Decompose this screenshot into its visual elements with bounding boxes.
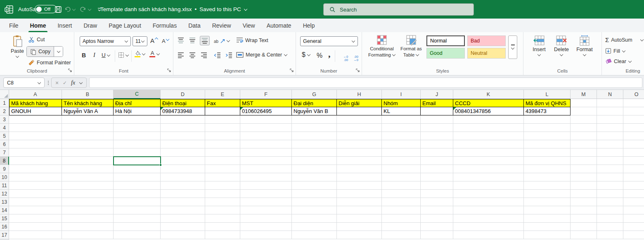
align-left-button[interactable] [178, 52, 184, 59]
cell-C17[interactable] [114, 231, 161, 239]
cell-B11[interactable] [62, 181, 114, 190]
cell-E9[interactable] [205, 165, 240, 173]
cell-H8[interactable] [337, 157, 382, 165]
cell-J7[interactable] [421, 148, 453, 157]
cell-B5[interactable] [62, 132, 114, 140]
cell-G2[interactable]: Nguyễn Văn B [292, 107, 337, 115]
tab-formulas[interactable]: Formulas [147, 19, 182, 32]
cell-K17[interactable] [453, 231, 524, 239]
merge-center-button[interactable]: Merge & Center [236, 52, 287, 58]
row-header-5[interactable]: 5 [0, 132, 9, 140]
cell-B16[interactable] [62, 223, 114, 231]
cell-A13[interactable] [9, 198, 62, 206]
cell-D17[interactable] [161, 231, 205, 239]
cell-H5[interactable] [337, 132, 382, 140]
cell-O9[interactable] [623, 165, 644, 173]
cell-F4[interactable] [240, 124, 292, 132]
cell-O16[interactable] [623, 223, 644, 231]
align-middle-button[interactable] [189, 37, 196, 44]
cell-J1[interactable]: Email [421, 99, 453, 107]
column-header-F[interactable]: F [240, 90, 292, 99]
cell-J2[interactable] [421, 107, 453, 115]
cell-M5[interactable] [571, 132, 597, 140]
cell-J5[interactable] [421, 132, 453, 140]
cell-A9[interactable] [9, 165, 62, 173]
cell-I13[interactable] [382, 198, 421, 206]
decrease-indent-button[interactable] [214, 52, 221, 59]
cell-J15[interactable] [421, 214, 453, 223]
cell-L5[interactable] [524, 132, 571, 140]
conditional-formatting-button[interactable]: Conditional Formatting [367, 35, 397, 57]
cell-J4[interactable] [421, 124, 453, 132]
cell-A14[interactable] [9, 206, 62, 214]
cell-J6[interactable] [421, 140, 453, 148]
wrap-text-button[interactable]: Wrap Text [236, 37, 268, 43]
cell-L17[interactable] [524, 231, 571, 239]
cell-G17[interactable] [292, 231, 337, 239]
cell-M14[interactable] [571, 206, 597, 214]
document-title[interactable]: Template danh sách khách hàng.xlsx • Sav… [100, 0, 247, 19]
formula-input[interactable] [89, 78, 642, 88]
row-header-15[interactable]: 15 [0, 214, 9, 223]
cell-N13[interactable] [597, 198, 623, 206]
column-header-A[interactable]: A [9, 90, 62, 99]
cell-K15[interactable] [453, 214, 524, 223]
cell-F10[interactable] [240, 173, 292, 181]
cell-H6[interactable] [337, 140, 382, 148]
copy-split-button[interactable]: Copy [26, 46, 63, 57]
cell-E7[interactable] [205, 148, 240, 157]
cell-K13[interactable] [453, 198, 524, 206]
fill-color-button[interactable] [135, 51, 145, 57]
cell-E8[interactable] [205, 157, 240, 165]
cell-N7[interactable] [597, 148, 623, 157]
cell-G6[interactable] [292, 140, 337, 148]
cell-H14[interactable] [337, 206, 382, 214]
redo-button[interactable] [78, 0, 92, 19]
alignment-dialog-launcher[interactable] [290, 68, 294, 73]
column-header-H[interactable]: H [337, 90, 382, 99]
cell-B8[interactable] [62, 157, 114, 165]
cell-B12[interactable] [62, 190, 114, 198]
cell-D6[interactable] [161, 140, 205, 148]
cell-G16[interactable] [292, 223, 337, 231]
excel-app-icon[interactable]: x [4, 0, 15, 19]
cell-H10[interactable] [337, 173, 382, 181]
cell-A17[interactable] [9, 231, 62, 239]
undo-button[interactable] [63, 0, 77, 19]
clipboard-dialog-launcher[interactable] [68, 68, 72, 73]
save-button[interactable] [53, 0, 64, 19]
comma-style-button[interactable]: , [328, 49, 331, 59]
column-header-M[interactable]: M [571, 90, 597, 99]
cell-B9[interactable] [62, 165, 114, 173]
column-header-L[interactable]: L [524, 90, 571, 99]
cell-O15[interactable] [623, 214, 644, 223]
cell-C1[interactable]: Địa chỉ [114, 99, 161, 107]
cell-B13[interactable] [62, 198, 114, 206]
cell-F17[interactable] [240, 231, 292, 239]
tab-review[interactable]: Review [206, 19, 237, 32]
cell-O14[interactable] [623, 206, 644, 214]
search-box[interactable] [323, 3, 474, 16]
cell-L12[interactable] [524, 190, 571, 198]
row-header-3[interactable]: 3 [0, 115, 9, 124]
cell-A8[interactable] [9, 157, 62, 165]
cell-M1[interactable] [571, 99, 597, 107]
cell-H13[interactable] [337, 198, 382, 206]
cell-K4[interactable] [453, 124, 524, 132]
cell-H9[interactable] [337, 165, 382, 173]
cell-I15[interactable] [382, 214, 421, 223]
cell-F12[interactable] [240, 190, 292, 198]
cell-N9[interactable] [597, 165, 623, 173]
format-painter-button[interactable]: Format Painter [28, 59, 71, 66]
column-header-G[interactable]: G [292, 90, 337, 99]
cell-C9[interactable] [114, 165, 161, 173]
cell-H15[interactable] [337, 214, 382, 223]
cell-C14[interactable] [114, 206, 161, 214]
cell-D16[interactable] [161, 223, 205, 231]
insert-cells-button[interactable]: Insert [529, 35, 549, 56]
cell-M6[interactable] [571, 140, 597, 148]
cell-N14[interactable] [597, 206, 623, 214]
cell-E2[interactable] [205, 107, 240, 115]
cell-O5[interactable] [623, 132, 644, 140]
cell-J9[interactable] [421, 165, 453, 173]
